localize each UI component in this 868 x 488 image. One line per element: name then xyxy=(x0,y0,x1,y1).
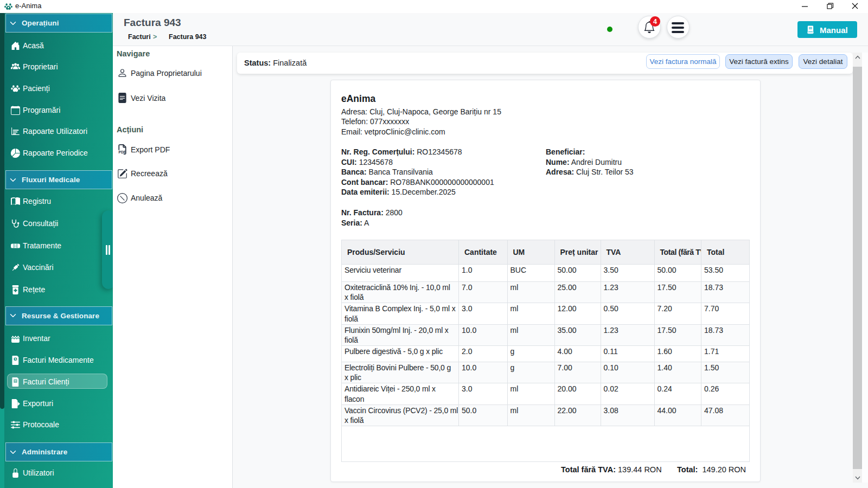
svg-text:PDF: PDF xyxy=(119,151,126,155)
svg-text:$: $ xyxy=(15,357,16,361)
